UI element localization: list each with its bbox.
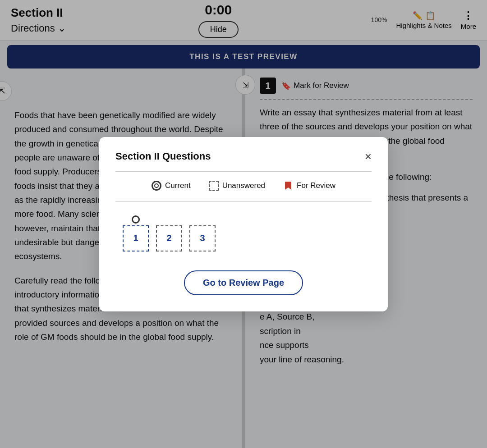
unanswered-icon [209, 181, 219, 191]
modal-title: Section II Questions [115, 151, 211, 162]
go-to-review-button[interactable]: Go to Review Page [184, 270, 303, 295]
question-item-2[interactable]: 2 [156, 215, 182, 251]
legend-unanswered: Unanswered [209, 181, 265, 191]
q3-spacer [198, 215, 207, 224]
current-label: Current [165, 181, 191, 190]
modal-header: Section II Questions × [115, 151, 372, 162]
questions-grid: 1 2 3 [115, 211, 372, 256]
current-icon [152, 181, 161, 191]
legend-current: Current [152, 181, 191, 191]
for-review-label: For Review [297, 181, 335, 190]
question-item-1[interactable]: 1 [123, 215, 149, 251]
current-inner-icon [154, 183, 159, 188]
modal-overlay[interactable]: Section II Questions × Current Unanswere… [0, 0, 487, 448]
for-review-icon [283, 181, 293, 191]
q3-box[interactable]: 3 [189, 225, 216, 251]
q2-spacer [165, 215, 173, 224]
q1-box[interactable]: 1 [123, 225, 149, 251]
modal-close-button[interactable]: × [365, 151, 372, 162]
modal-divider [115, 171, 372, 172]
unanswered-label: Unanswered [222, 181, 265, 190]
modal-questions-divider [115, 201, 372, 202]
section-questions-modal: Section II Questions × Current Unanswere… [99, 137, 388, 311]
question-item-3[interactable]: 3 [189, 215, 216, 251]
legend-row: Current Unanswered For Review [115, 181, 372, 191]
q1-current-dot [132, 215, 140, 224]
q2-box[interactable]: 2 [156, 225, 182, 251]
legend-for-review: For Review [283, 181, 335, 191]
